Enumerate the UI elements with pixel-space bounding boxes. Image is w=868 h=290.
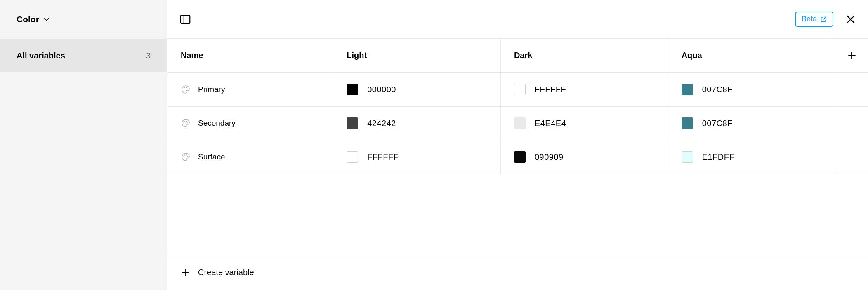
- row-end-spacer: [835, 140, 868, 174]
- svg-point-5: [187, 89, 188, 89]
- sidebar: Color All variables 3: [0, 0, 167, 290]
- row-end-spacer: [835, 106, 868, 140]
- color-hex: 007C8F: [702, 119, 733, 128]
- svg-point-6: [183, 122, 184, 123]
- svg-point-2: [183, 89, 184, 89]
- color-swatch: [514, 84, 526, 95]
- table-header-row: Name Light Dark Aqua: [167, 39, 868, 72]
- svg-point-12: [186, 154, 187, 155]
- color-swatch: [682, 151, 693, 163]
- create-variable-button[interactable]: Create variable: [181, 268, 254, 278]
- variables-table-area: Name Light Dark Aqua Primar: [167, 39, 868, 255]
- table-row[interactable]: Surface FFFFFF090909E1FDFF: [167, 140, 868, 174]
- color-hex: E1FDFF: [702, 152, 735, 162]
- color-hex: FFFFFF: [367, 152, 399, 162]
- beta-badge[interactable]: Beta: [795, 12, 833, 27]
- svg-point-10: [183, 156, 184, 157]
- variable-value-cell[interactable]: 007C8F: [668, 72, 835, 106]
- collection-label: Color: [17, 14, 39, 24]
- palette-icon: [181, 152, 191, 162]
- svg-point-9: [187, 122, 188, 123]
- toolbar-left: [179, 13, 191, 26]
- color-swatch: [347, 84, 358, 95]
- color-hex: FFFFFF: [535, 85, 566, 94]
- svg-point-3: [184, 87, 185, 88]
- color-hex: 424242: [367, 119, 396, 128]
- variable-name-cell[interactable]: Secondary: [167, 106, 333, 140]
- color-hex: 000000: [367, 85, 396, 94]
- color-hex: 090909: [535, 152, 564, 162]
- variable-value-cell[interactable]: FFFFFF: [500, 72, 668, 106]
- row-end-spacer: [835, 72, 868, 106]
- add-mode-column: [835, 39, 868, 72]
- plus-icon: [181, 268, 191, 278]
- variable-value-cell[interactable]: FFFFFF: [333, 140, 501, 174]
- color-swatch: [514, 117, 526, 129]
- variable-value-cell[interactable]: E4E4E4: [500, 106, 668, 140]
- variable-name: Surface: [198, 152, 225, 161]
- sidebar-groups: All variables 3: [0, 39, 167, 290]
- chevron-down-icon: [43, 16, 50, 23]
- variable-name: Primary: [198, 85, 225, 94]
- table-row[interactable]: Secondary 424242E4E4E4007C8F: [167, 106, 868, 140]
- variable-name-cell[interactable]: Primary: [167, 72, 333, 106]
- svg-point-13: [187, 156, 188, 157]
- color-hex: 007C8F: [702, 85, 733, 94]
- palette-icon: [181, 118, 191, 128]
- column-header-name[interactable]: Name: [167, 39, 333, 72]
- column-header-mode[interactable]: Aqua: [668, 39, 835, 72]
- column-header-mode[interactable]: Light: [333, 39, 501, 72]
- create-variable-label: Create variable: [198, 268, 254, 277]
- beta-label: Beta: [802, 15, 817, 23]
- toolbar-right: Beta: [795, 12, 856, 27]
- variable-value-cell[interactable]: E1FDFF: [668, 140, 835, 174]
- color-swatch: [682, 84, 693, 95]
- color-hex: E4E4E4: [535, 119, 566, 128]
- footer: Create variable: [167, 255, 868, 290]
- variable-value-cell[interactable]: 090909: [500, 140, 668, 174]
- variable-value-cell[interactable]: 007C8F: [668, 106, 835, 140]
- svg-point-11: [184, 154, 185, 155]
- sidebar-item-count: 3: [146, 51, 151, 61]
- sidebar-header: Color: [0, 0, 167, 39]
- sidebar-item-label: All variables: [17, 51, 65, 61]
- svg-point-4: [186, 87, 187, 88]
- sidebar-item-all-variables[interactable]: All variables 3: [0, 39, 167, 72]
- svg-rect-0: [181, 15, 190, 23]
- external-link-icon: [820, 16, 827, 23]
- variable-name: Secondary: [198, 119, 236, 128]
- collection-dropdown[interactable]: Color: [17, 14, 50, 24]
- variables-panel: Color All variables 3: [0, 0, 868, 290]
- color-swatch: [347, 117, 358, 129]
- palette-icon: [181, 84, 191, 94]
- svg-point-8: [186, 121, 187, 122]
- toolbar: Beta: [167, 0, 868, 39]
- svg-point-7: [184, 121, 185, 122]
- add-mode-button[interactable]: [835, 39, 868, 72]
- variable-value-cell[interactable]: 000000: [333, 72, 501, 106]
- color-swatch: [347, 151, 358, 163]
- toggle-sidebar-button[interactable]: [179, 13, 191, 26]
- color-swatch: [514, 151, 526, 163]
- main: Beta: [167, 0, 868, 290]
- close-button[interactable]: [845, 14, 856, 25]
- variable-name-cell[interactable]: Surface: [167, 140, 333, 174]
- column-header-mode[interactable]: Dark: [500, 39, 668, 72]
- variable-value-cell[interactable]: 424242: [333, 106, 501, 140]
- variables-table: Name Light Dark Aqua Primar: [167, 39, 868, 174]
- color-swatch: [682, 117, 693, 129]
- table-row[interactable]: Primary 000000FFFFFF007C8F: [167, 72, 868, 106]
